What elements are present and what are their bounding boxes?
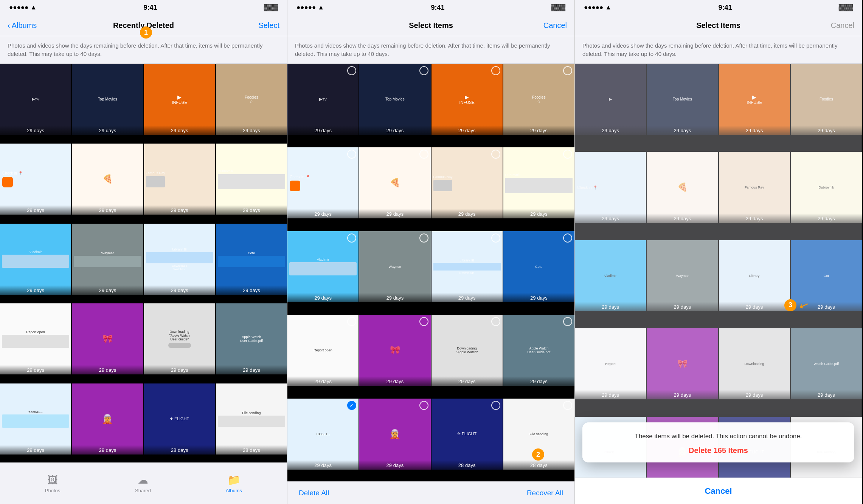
tab-shared[interactable]: ☁ Shared: [135, 474, 151, 493]
days-label: 29 days: [287, 125, 359, 135]
photo-thumb: Apple WatchUser Guide.pdf: [503, 315, 574, 386]
photo-thumb: Report open: [287, 315, 359, 386]
select-circle[interactable]: [563, 401, 572, 410]
photo-cell[interactable]: Downloading"Apple Watch"29 days: [431, 315, 503, 386]
photo-thumb: ▶TV: [287, 64, 359, 135]
delete-all-button[interactable]: Delete All: [299, 489, 329, 497]
cancel-button-3[interactable]: Cancel: [816, 21, 854, 30]
photo-cell[interactable]: Famous Ray29 days: [144, 144, 215, 215]
select-circle-selected[interactable]: [347, 401, 356, 410]
days-label: 29 days: [431, 293, 503, 302]
days-label: 29 days: [0, 125, 71, 135]
photo-cell[interactable]: Dubrovnik29 days: [216, 144, 287, 215]
back-label-1: Albums: [12, 21, 37, 30]
photo-thumb: Vladimir: [575, 240, 646, 311]
photo-cell[interactable]: ▶INFUSE29 days: [431, 64, 503, 135]
photo-cell[interactable]: Check in 📍29 days: [0, 144, 71, 215]
chevron-left-icon: ‹: [8, 21, 10, 30]
select-circle[interactable]: [347, 66, 356, 75]
panel-select-items: ●●●●● ▲ 9:41 ▓▓▓ ‹ Select Items Cancel P…: [287, 0, 575, 504]
delete-items-button[interactable]: Delete 165 Items: [590, 446, 847, 455]
photo-cell[interactable]: 🧝29 days: [359, 399, 430, 470]
select-circle[interactable]: [419, 233, 428, 243]
photo-cell[interactable]: Library ⊞Downloads29 days: [431, 231, 503, 302]
days-label: 29 days: [359, 376, 430, 386]
select-circle[interactable]: [563, 233, 572, 243]
select-circle[interactable]: [419, 150, 428, 159]
photo-cell: 🎀29 days: [647, 328, 718, 399]
photo-thumb: ✈ FLIGHT: [431, 399, 503, 470]
photo-cell[interactable]: Top Movies29 days: [359, 64, 430, 135]
back-placeholder-2: ‹: [295, 21, 333, 30]
cancel-button-2[interactable]: Cancel: [529, 21, 567, 30]
alert-cancel-button[interactable]: Cancel: [705, 486, 732, 496]
photo-cell[interactable]: Dubrovnik29 days: [503, 147, 574, 218]
days-label: 29 days: [503, 209, 574, 218]
select-circle[interactable]: [563, 317, 572, 326]
photo-cell[interactable]: 🧝29 days: [72, 383, 143, 455]
back-button-1[interactable]: ‹ Albums: [8, 21, 45, 30]
select-circle[interactable]: [563, 66, 572, 75]
select-button[interactable]: Select: [242, 21, 279, 30]
photo-cell[interactable]: Famous Ray29 days: [431, 147, 503, 218]
time-display-3: 9:41: [718, 4, 732, 12]
signal-dots-3: ●●●●●: [584, 4, 603, 11]
photo-cell[interactable]: Report open29 days: [287, 315, 359, 386]
select-circle[interactable]: [491, 150, 500, 159]
photo-cell[interactable]: Vladimir29 days: [0, 224, 71, 295]
select-circle[interactable]: [419, 401, 428, 410]
photo-cell[interactable]: Check in 📍29 days: [287, 147, 359, 218]
photo-thumb: Famous Ray: [431, 147, 503, 218]
select-circle[interactable]: [419, 317, 428, 326]
photo-cell[interactable]: Waymar29 days: [359, 231, 430, 302]
photo-cell[interactable]: Foodies☆29 days: [503, 64, 574, 135]
photo-cell[interactable]: File sending28 days: [216, 383, 287, 455]
select-circle[interactable]: [491, 401, 500, 410]
photo-cell[interactable]: Foodies☆29 days: [216, 64, 287, 135]
photo-thumb: ▶INFUSE: [719, 64, 790, 135]
photo-thumb: Report: [575, 328, 646, 399]
photo-thumb: Watch Guide.pdf: [791, 328, 862, 399]
photo-cell[interactable]: +38631...29 days: [0, 383, 71, 455]
days-label: 29 days: [72, 205, 143, 215]
photo-cell[interactable]: Waymar29 days: [72, 224, 143, 295]
photo-cell[interactable]: 🍕29 days: [72, 144, 143, 215]
photo-cell[interactable]: Apple WatchUser Guide.pdf29 days: [503, 315, 574, 386]
step-badge-1: 1: [140, 26, 152, 39]
select-circle[interactable]: [563, 150, 572, 159]
photo-cell[interactable]: Apple WatchUser Guide.pdf29 days: [216, 303, 287, 374]
photo-cell[interactable]: 🍕29 days: [359, 147, 430, 218]
photo-grid-2: ▶TV29 days Top Movies29 days ▶INFUSE29 d…: [287, 64, 574, 482]
photo-cell[interactable]: 🎀29 days: [359, 315, 430, 386]
photo-cell[interactable]: Top Movies29 days: [72, 64, 143, 135]
photo-cell[interactable]: ▶TV29 days: [287, 64, 359, 135]
photo-cell[interactable]: ▶INFUSE29 days: [144, 64, 215, 135]
photo-thumb: Foodies☆: [216, 64, 287, 135]
tab-albums[interactable]: 📁 Albums: [226, 474, 242, 493]
photo-cell[interactable]: Cote29 days: [503, 231, 574, 302]
select-circle[interactable]: [491, 317, 500, 326]
photo-cell[interactable]: Library ⊞DownloadsWatchlist29 days: [144, 224, 215, 295]
photo-thumb: 🧝: [72, 383, 143, 455]
days-label: 29 days: [0, 285, 71, 295]
select-circle[interactable]: [491, 66, 500, 75]
photo-cell[interactable]: ✈ FLIGHT28 days: [144, 383, 215, 455]
photo-cell[interactable]: Vladimir29 days: [287, 231, 359, 302]
photo-cell[interactable]: Report open29 days: [0, 303, 71, 374]
recover-all-button[interactable]: Recover All: [527, 489, 563, 497]
tab-shared-label: Shared: [135, 488, 151, 493]
photo-cell[interactable]: ▶TV29 days: [0, 64, 71, 135]
photo-cell[interactable]: 🎀29 days: [72, 303, 143, 374]
select-circle[interactable]: [491, 233, 500, 243]
photo-cell[interactable]: Cote29 days: [216, 224, 287, 295]
select-circle[interactable]: [347, 233, 356, 243]
photo-cell[interactable]: Downloading"Apple WatchUser Guide"29 day…: [144, 303, 215, 374]
photo-cell[interactable]: ✈ FLIGHT28 days: [431, 399, 503, 470]
nav-bar-3: ‹ Select Items Cancel: [575, 15, 862, 36]
photo-thumb: Report open: [0, 303, 71, 374]
photo-cell[interactable]: +38631...29 days: [287, 399, 359, 470]
tab-photos[interactable]: 🖼 Photos: [45, 474, 60, 493]
days-label: 29 days: [647, 390, 718, 399]
select-circle[interactable]: [419, 66, 428, 75]
step-badge-2: 2: [532, 448, 544, 461]
